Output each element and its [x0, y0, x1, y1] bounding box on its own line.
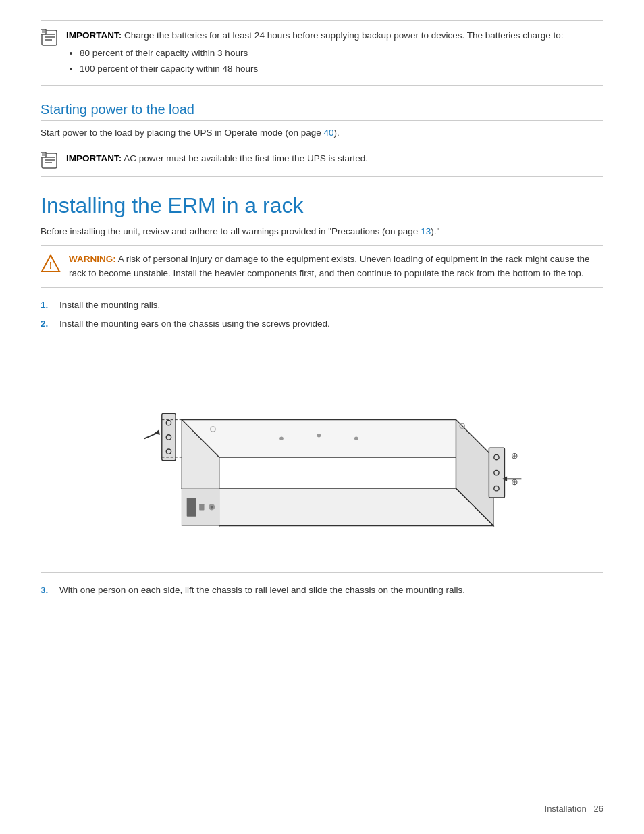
svg-rect-11 — [41, 152, 46, 157]
warning-label: WARNING: — [69, 254, 116, 264]
important-label-2: IMPORTANT: — [66, 153, 122, 163]
svg-text:!: ! — [49, 260, 53, 271]
installing-erm-title: Installing the ERM in a rack — [41, 193, 603, 218]
starting-power-important-text: IMPORTANT: AC power must be available th… — [66, 152, 368, 165]
svg-point-20 — [317, 434, 321, 438]
step-2: 2. Install the mounting ears on the chas… — [41, 317, 603, 331]
battery-bullets: 80 percent of their capacity within 3 ho… — [80, 47, 563, 76]
page-13-link[interactable]: 13 — [421, 226, 431, 236]
footer-text: Installation — [545, 804, 587, 814]
note-icon-2 — [41, 152, 58, 170]
svg-rect-28 — [489, 448, 504, 498]
install-step-3: 3. With one person on each side, lift th… — [41, 583, 603, 597]
step-1: 1. Install the mounting rails. — [41, 298, 603, 312]
svg-marker-19 — [182, 488, 493, 525]
rack-installation-diagram — [41, 342, 603, 573]
page-40-link[interactable]: 40 — [324, 128, 334, 138]
svg-marker-16 — [182, 420, 493, 457]
top-important-text: IMPORTANT: Charge the batteries for at l… — [66, 29, 563, 77]
bullet-item: 80 percent of their capacity within 3 ho… — [80, 47, 563, 60]
starting-power-important-box: IMPORTANT: AC power must be available th… — [41, 145, 603, 177]
important-label: IMPORTANT: — [66, 30, 122, 41]
warning-triangle-icon: ! — [41, 254, 61, 275]
warning-body: A risk of personal injury or damage to t… — [69, 254, 589, 278]
svg-point-22 — [279, 437, 284, 441]
warning-box: ! WARNING: A risk of personal injury or … — [41, 245, 603, 288]
precautions-paragraph: Before installing the unit, review and a… — [41, 225, 603, 238]
installing-erm-section: Installing the ERM in a rack Before inst… — [41, 193, 603, 598]
note-icon — [41, 29, 58, 47]
svg-rect-4 — [41, 29, 46, 34]
top-important-box: IMPORTANT: Charge the batteries for at l… — [41, 20, 603, 86]
warning-text-content: WARNING: A risk of personal injury or da… — [69, 253, 603, 280]
important-body-2: AC power must be available the first tim… — [124, 153, 368, 163]
page-number: 26 — [594, 804, 603, 814]
step-3: 3. With one person on each side, lift th… — [41, 583, 603, 597]
svg-point-27 — [211, 506, 213, 509]
important-body: Charge the batteries for at least 24 hou… — [124, 30, 563, 41]
install-steps: 1. Install the mounting rails. 2. Instal… — [41, 298, 603, 332]
svg-rect-25 — [199, 504, 204, 510]
bullet-item: 100 percent of their capacity within 48 … — [80, 62, 563, 76]
page-footer: Installation 26 — [545, 804, 603, 814]
starting-power-title: Starting power to the load — [41, 102, 603, 121]
starting-power-body: Start power to the load by placing the U… — [41, 126, 603, 140]
svg-rect-24 — [187, 498, 196, 517]
rack-diagram-svg — [119, 356, 525, 558]
starting-power-section: Starting power to the load Start power t… — [41, 102, 603, 177]
svg-point-21 — [354, 437, 358, 441]
